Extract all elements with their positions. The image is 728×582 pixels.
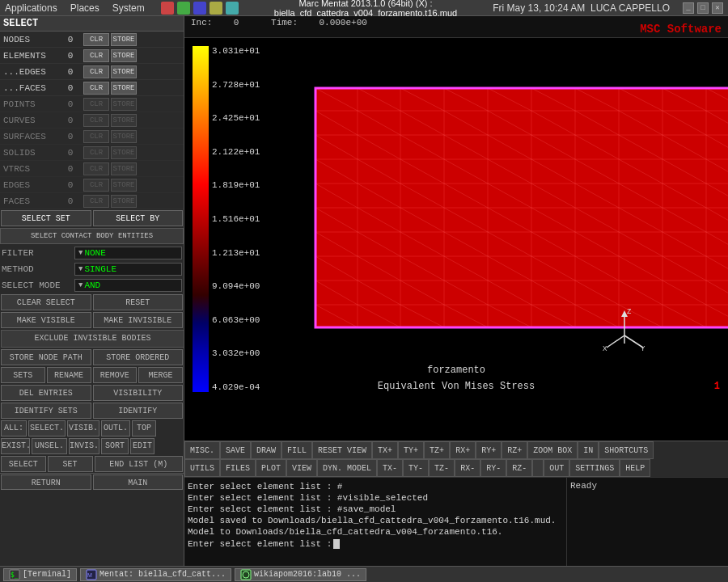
identify-sets-btn[interactable]: IDENTIFY SETS [1, 403, 91, 419]
exist-btn[interactable]: EXIST. [1, 438, 30, 454]
select-bottom-btn[interactable]: SELECT [1, 456, 46, 472]
clear-select-btn[interactable]: CLEAR SELECT [1, 294, 91, 310]
ry-minus-btn[interactable]: RY- [480, 459, 506, 477]
end-list-btn[interactable]: END LIST (M) [95, 456, 184, 472]
view-btn[interactable]: VIEW [286, 459, 317, 477]
identify-btn[interactable]: IDENTIFY [93, 403, 184, 419]
contact-body-btn[interactable]: SELECT CONTACT BODY ENTITIES [0, 228, 184, 244]
del-entries-btn[interactable]: DEL ENTRIES [1, 385, 91, 401]
in-btn[interactable]: IN [578, 441, 599, 459]
all-btn[interactable]: ALL: [1, 420, 27, 436]
dyn-model-btn[interactable]: DYN. MODEL [317, 459, 377, 477]
unsel-btn[interactable]: UNSEL. [32, 438, 67, 454]
taskbar-terminal[interactable]: $_ [Terminal] [3, 568, 77, 581]
exclude-invisible-btn[interactable]: EXCLUDE INVISIBLE BODIES [1, 330, 184, 348]
visib-btn[interactable]: VISIB. [67, 420, 99, 436]
solids-store-btn[interactable]: STORE [111, 146, 137, 159]
remove-btn[interactable]: REMOVE [93, 367, 138, 383]
settings-btn[interactable]: SETTINGS [569, 459, 620, 477]
close-button[interactable]: ✕ [712, 2, 723, 14]
edges2-clr-btn[interactable]: CLR [83, 179, 109, 192]
sort-btn[interactable]: SORT [101, 438, 129, 454]
return-btn[interactable]: RETURN [1, 474, 91, 490]
solids-clr-btn[interactable]: CLR [83, 146, 109, 159]
nodes-clr-btn[interactable]: CLR [83, 33, 109, 46]
rz-minus-btn[interactable]: RZ- [506, 459, 532, 477]
rx-minus-btn[interactable]: RX- [455, 459, 480, 477]
menu-applications[interactable]: Applications [5, 2, 57, 14]
app-icon-2[interactable] [177, 2, 190, 15]
points-clr-btn[interactable]: CLR [83, 98, 109, 111]
zoom-box-btn[interactable]: ZOOM BOX [527, 441, 578, 459]
elements-store-btn[interactable]: STORE [111, 49, 137, 62]
store-ordered-btn[interactable]: STORE ORDERED [93, 349, 184, 365]
ty-plus-btn[interactable]: TY+ [398, 441, 424, 459]
surfaces-clr-btn[interactable]: CLR [83, 130, 109, 143]
files-btn[interactable]: FILES [220, 459, 256, 477]
tz-plus-btn[interactable]: TZ+ [424, 441, 450, 459]
rename-btn[interactable]: RENAME [47, 367, 91, 383]
console-input-line[interactable]: Enter select element list : [188, 539, 563, 549]
select-set-btn[interactable]: SELECT SET [1, 210, 91, 226]
edit-btn[interactable]: EDIT [130, 438, 154, 454]
top-btn[interactable]: TOP [132, 420, 156, 436]
faces2-clr-btn[interactable]: CLR [83, 195, 109, 208]
taskbar-mentat[interactable]: M Mentat: biella_cfd_catt... [80, 568, 231, 581]
reset-view-btn[interactable]: RESET VIEW [312, 441, 372, 459]
select-s-btn[interactable]: SELECT. [28, 420, 66, 436]
out-btn[interactable]: OUT [544, 459, 569, 477]
nodes-store-btn[interactable]: STORE [111, 33, 137, 46]
visibility-btn[interactable]: VISIBILITY [93, 385, 184, 401]
filter-dropdown[interactable]: ▼NONE [74, 247, 182, 259]
save-btn[interactable]: SAVE [220, 441, 251, 459]
faces-clr-btn[interactable]: CLR [83, 82, 109, 95]
outl-btn[interactable]: OUTL. [101, 420, 130, 436]
sets-btn[interactable]: SETS [1, 367, 45, 383]
tx-minus-btn[interactable]: TX- [377, 459, 403, 477]
app-icon-4[interactable] [210, 2, 222, 15]
menu-places[interactable]: Places [70, 2, 99, 14]
curves-store-btn[interactable]: STORE [111, 114, 137, 127]
reset-btn[interactable]: RESET [93, 294, 184, 310]
make-visible-btn[interactable]: MAKE VISIBLE [1, 312, 91, 328]
rz-plus-btn[interactable]: RZ+ [502, 441, 527, 459]
misc-btn[interactable]: MISC. [184, 441, 220, 459]
app-icon-5[interactable] [226, 2, 239, 15]
minimize-button[interactable]: _ [683, 2, 694, 14]
edges-clr-btn[interactable]: CLR [83, 65, 109, 78]
utils-btn[interactable]: UTILS [184, 459, 220, 477]
draw-btn[interactable]: DRAW [251, 441, 281, 459]
tz-minus-btn[interactable]: TZ- [429, 459, 455, 477]
faces2-store-btn[interactable]: STORE [111, 195, 137, 208]
fill-btn[interactable]: FILL [281, 441, 312, 459]
app-icon-1[interactable] [161, 2, 174, 15]
select-by-btn[interactable]: SELECT BY [93, 210, 184, 226]
ry-plus-btn[interactable]: RY+ [476, 441, 502, 459]
taskbar-browser[interactable]: wikiapom2016:lab10 ... [235, 568, 366, 581]
vtrcs-store-btn[interactable]: STORE [111, 162, 137, 175]
edges2-store-btn[interactable]: STORE [111, 179, 137, 192]
mode-dropdown[interactable]: ▼AND [74, 279, 182, 292]
merge-btn[interactable]: MERGE [138, 367, 183, 383]
vtrcs-clr-btn[interactable]: CLR [83, 162, 109, 175]
help-btn[interactable]: HELP [620, 459, 650, 477]
ty-minus-btn[interactable]: TY- [403, 459, 429, 477]
method-dropdown[interactable]: ▼SINGLE [74, 263, 182, 276]
tx-plus-btn[interactable]: TX+ [372, 441, 398, 459]
make-invisible-btn[interactable]: MAKE INVISIBLE [93, 312, 184, 328]
plot-btn[interactable]: PLOT [256, 459, 286, 477]
invis-btn[interactable]: INVIS. [69, 438, 99, 454]
menu-system[interactable]: System [112, 2, 145, 14]
main-btn[interactable]: MAIN [93, 474, 184, 490]
shortcuts-btn[interactable]: SHORTCUTS [599, 441, 654, 459]
elements-clr-btn[interactable]: CLR [83, 49, 109, 62]
points-store-btn[interactable]: STORE [111, 98, 137, 111]
curves-clr-btn[interactable]: CLR [83, 114, 109, 127]
maximize-button[interactable]: □ [697, 2, 709, 14]
rx-plus-btn[interactable]: RX+ [450, 441, 476, 459]
faces-store-btn[interactable]: STORE [111, 82, 137, 95]
store-node-path-btn[interactable]: STORE NODE PATH [1, 349, 91, 365]
app-icon-3[interactable] [193, 2, 206, 15]
edges-store-btn[interactable]: STORE [111, 65, 137, 78]
set-btn[interactable]: SET [48, 456, 93, 472]
